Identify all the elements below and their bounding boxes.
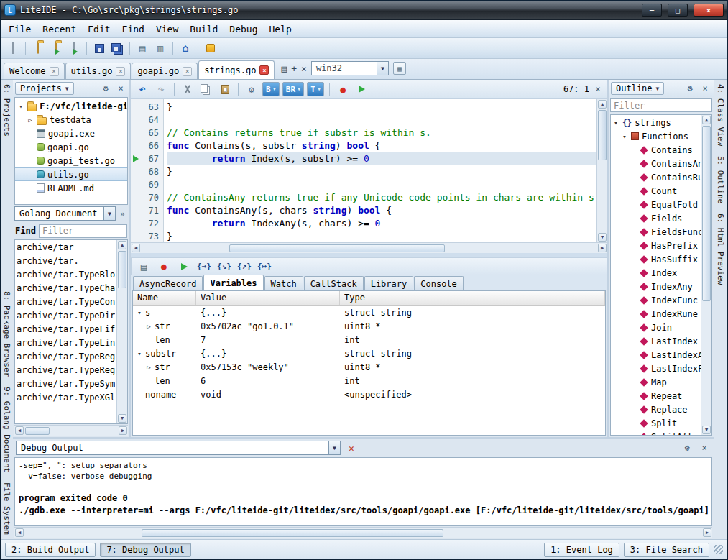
- start-debug-button[interactable]: [354, 81, 369, 97]
- record-button[interactable]: ●: [156, 259, 172, 275]
- scroll-thumb[interactable]: [229, 244, 445, 252]
- close-tab-button[interactable]: ×: [301, 63, 307, 74]
- env-combo[interactable]: win32 ▼: [311, 61, 389, 75]
- project-tree-item[interactable]: goapi_test.go: [15, 154, 127, 167]
- outline-item[interactable]: ContainsAny: [611, 157, 701, 170]
- scroll-down-icon[interactable]: ▼: [118, 414, 126, 423]
- project-tree-item[interactable]: goapi.go: [15, 140, 127, 154]
- gutter-line[interactable]: 72: [131, 217, 163, 230]
- expander-icon[interactable]: ▾: [136, 309, 143, 316]
- outline-item[interactable]: IndexFunc: [611, 293, 701, 307]
- scroll-left-icon[interactable]: ◀: [132, 244, 140, 252]
- scroll-left-icon[interactable]: ◀: [15, 426, 24, 435]
- column-header-name[interactable]: Name: [133, 291, 196, 305]
- redo-button[interactable]: ↷: [153, 81, 169, 97]
- status-button-1-event-log[interactable]: 1: Event Log: [544, 543, 619, 557]
- debug-tab-asyncrecord[interactable]: AsyncRecord: [133, 276, 203, 290]
- status-button-2-build-output[interactable]: 2: Build Output: [5, 543, 96, 557]
- editor-close-button[interactable]: ×: [592, 83, 604, 95]
- outline-item[interactable]: Map: [611, 375, 701, 389]
- doc-combo[interactable]: Golang Document ▼: [14, 206, 116, 221]
- code-line[interactable]: [167, 178, 596, 191]
- code-line[interactable]: func ContainsAny(s, chars string) bool {: [167, 204, 596, 217]
- build-config-button[interactable]: [203, 40, 218, 56]
- menu-item-recent[interactable]: Recent: [37, 22, 82, 37]
- code-line[interactable]: // Contains returns true if substr is wi…: [167, 127, 596, 139]
- scroll-thumb[interactable]: [142, 529, 443, 537]
- load-session-button[interactable]: [48, 40, 64, 56]
- gutter-line[interactable]: 73: [131, 230, 163, 243]
- minimize-button[interactable]: ─: [642, 4, 662, 17]
- variable-row[interactable]: len6int: [133, 374, 605, 387]
- continue-button[interactable]: [176, 259, 192, 275]
- scroll-thumb[interactable]: [118, 251, 126, 288]
- scroll-up-icon[interactable]: ▲: [598, 100, 607, 109]
- variable-row[interactable]: nonamevoid<unspecified>: [133, 387, 605, 401]
- resize-grip[interactable]: [714, 545, 723, 554]
- menu-item-help[interactable]: Help: [264, 22, 298, 37]
- code-line[interactable]: }: [167, 101, 596, 114]
- expander-icon[interactable]: ▾: [17, 103, 24, 110]
- debug-tab-variables[interactable]: Variables: [203, 275, 263, 290]
- debug-tab-library[interactable]: Library: [364, 276, 414, 290]
- close-panel-button[interactable]: ×: [114, 82, 127, 95]
- status-button-7-debug-output[interactable]: 7: Debug Output: [100, 543, 190, 557]
- menu-item-find[interactable]: Find: [116, 22, 150, 37]
- close-panel-button[interactable]: ×: [699, 82, 711, 95]
- paste-button[interactable]: [217, 81, 233, 97]
- add-tab-button[interactable]: +: [291, 63, 297, 74]
- debug-tab-watch[interactable]: Watch: [264, 276, 303, 290]
- doc-list-item[interactable]: archive/tar.TypeCont: [17, 295, 115, 309]
- right-strip-item-0[interactable]: 4: Class View: [716, 84, 725, 146]
- test-button[interactable]: T▼: [307, 82, 324, 96]
- outline-item[interactable]: Count: [611, 184, 701, 198]
- expander-icon[interactable]: ▾: [612, 119, 619, 127]
- gutter-line[interactable]: 69: [131, 178, 163, 191]
- column-header-value[interactable]: Value: [196, 291, 340, 305]
- project-tree-item[interactable]: goapi.exe: [15, 127, 127, 140]
- outline-item[interactable]: FieldsFunc: [611, 225, 701, 239]
- code-line[interactable]: }: [167, 230, 596, 242]
- expander-icon[interactable]: ▷: [27, 116, 34, 124]
- scroll-up-icon[interactable]: ▲: [118, 241, 126, 249]
- projects-combo[interactable]: Projects ▼: [15, 82, 74, 95]
- outline-item[interactable]: ContainsRune: [611, 170, 701, 184]
- scroll-thumb[interactable]: [702, 126, 711, 301]
- outline-item[interactable]: Contains: [611, 143, 701, 157]
- open-file-button[interactable]: [66, 40, 82, 56]
- scroll-thumb[interactable]: [598, 110, 607, 160]
- home-button[interactable]: ⌂: [178, 40, 193, 56]
- menu-item-debug[interactable]: Debug: [224, 22, 263, 37]
- right-strip-item-1[interactable]: 5: Outline: [716, 156, 725, 203]
- outline-combo[interactable]: Outline ▼: [611, 82, 664, 95]
- project-tree-item[interactable]: ▷testdata: [15, 113, 127, 127]
- expander-icon[interactable]: ▷: [145, 364, 152, 371]
- step-out-button[interactable]: {↗}: [236, 259, 252, 275]
- find-filter-input[interactable]: [39, 224, 127, 238]
- scroll-right-icon[interactable]: ▶: [598, 244, 607, 252]
- gutter-line[interactable]: 68: [131, 165, 163, 178]
- outline-item[interactable]: LastIndexFunc: [611, 362, 701, 375]
- record-button[interactable]: ●: [335, 81, 351, 97]
- doc-list-item[interactable]: archive/tar.TypeDir: [17, 309, 115, 323]
- editor-vscroll[interactable]: ▲ ▼: [596, 99, 607, 242]
- doc-list-item[interactable]: archive/tar.: [17, 254, 115, 268]
- code-line[interactable]: return Index(s, substr) >= 0: [167, 152, 596, 165]
- menu-item-file[interactable]: File: [3, 22, 37, 37]
- left-strip-item-2[interactable]: 9: Golang Document: [2, 387, 11, 472]
- outline-vscroll[interactable]: ▲ ▼: [701, 115, 711, 435]
- outline-item[interactable]: ▾{}strings: [611, 116, 701, 129]
- scroll-down-icon[interactable]: ▼: [702, 426, 711, 434]
- tab-close-icon[interactable]: ×: [50, 67, 59, 76]
- code-line[interactable]: }: [167, 165, 596, 178]
- scroll-thumb[interactable]: [25, 427, 50, 435]
- scroll-right-icon[interactable]: ▶: [703, 528, 711, 537]
- project-tree-item[interactable]: utils.go: [15, 167, 127, 181]
- run-to-cursor-button[interactable]: {↦}: [257, 259, 272, 275]
- outline-item[interactable]: Replace: [611, 403, 701, 416]
- scroll-down-icon[interactable]: ▼: [598, 233, 607, 242]
- outline-item[interactable]: IndexRune: [611, 307, 701, 321]
- scroll-right-icon[interactable]: ▶: [119, 426, 127, 435]
- expander-icon[interactable]: ▾: [136, 350, 143, 357]
- expander-icon[interactable]: ▾: [621, 133, 628, 140]
